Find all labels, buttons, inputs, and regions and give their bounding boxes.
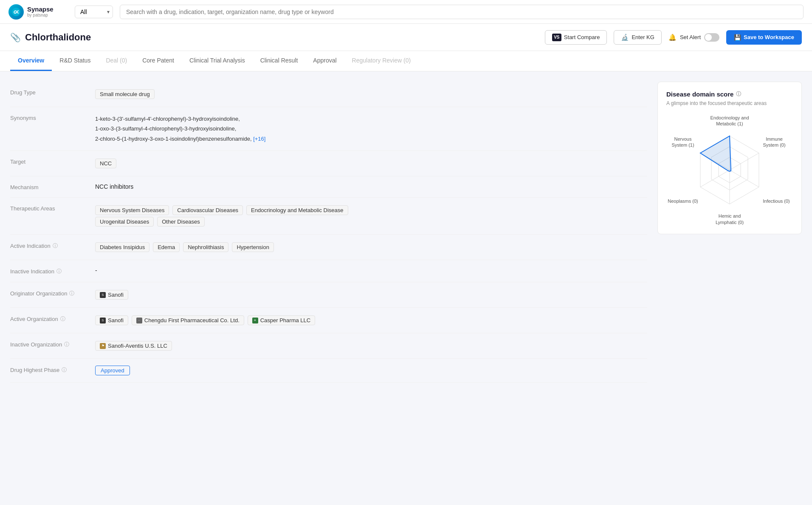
mechanism-value: NCC inhibitors bbox=[95, 183, 647, 190]
save-icon: 💾 bbox=[734, 34, 741, 41]
drug-highest-phase-info-icon[interactable]: ⓘ bbox=[62, 366, 67, 374]
svg-line-6 bbox=[730, 170, 759, 187]
domain-title: Disease domain score ⓘ bbox=[666, 91, 793, 98]
active-org-badge-3: ≡ Casper Pharma LLC bbox=[248, 315, 316, 325]
domain-label-neoplasms: Neoplasms (0) bbox=[666, 198, 700, 204]
ind-tag-2: Edema bbox=[153, 242, 180, 252]
vs-icon: VS bbox=[552, 34, 561, 41]
radar-chart: Endocrinology andMetabolic (1) ImmuneSys… bbox=[670, 115, 789, 225]
originator-org-badge: S Sanofi bbox=[95, 290, 128, 300]
sanofi-logo: S bbox=[100, 292, 106, 298]
drug-highest-phase-row: Drug Highest Phase ⓘ Approved bbox=[10, 359, 647, 383]
ta-tag-1: Nervous System Diseases bbox=[95, 205, 169, 215]
logo-text-group: Synapse by patsnap bbox=[27, 6, 54, 18]
enter-kg-label: Enter KG bbox=[632, 34, 654, 40]
ta-tag-4: Urogenital Diseases bbox=[95, 217, 154, 227]
inactive-org-badge-1: ⚑ Sanofi-Aventis U.S. LLC bbox=[95, 341, 172, 351]
ta-tag-5: Other Diseases bbox=[157, 217, 205, 227]
drug-name: Chlorthalidone bbox=[25, 32, 91, 43]
synonym-1: 1-keto-3-(3'-sulfamyl-4'-chlorophenyl)-3… bbox=[95, 114, 647, 124]
tab-clinical-trial[interactable]: Clinical Trial Analysis bbox=[182, 51, 253, 71]
approved-badge: Approved bbox=[95, 366, 130, 375]
originator-org-row: Originator Organization ⓘ S Sanofi bbox=[10, 282, 647, 308]
tab-overview[interactable]: Overview bbox=[10, 51, 52, 71]
active-indication-label: Active Indication ⓘ bbox=[10, 241, 95, 250]
therapeutic-areas-content: Nervous System Diseases Cardiovascular D… bbox=[95, 204, 647, 227]
inactive-indication-value: - bbox=[95, 267, 647, 274]
active-indication-row: Active Indication ⓘ Diabetes Insipidus E… bbox=[10, 235, 647, 260]
tab-regulatory-review[interactable]: Regulatory Review (0) bbox=[344, 51, 419, 71]
app-sub: by patsnap bbox=[27, 13, 54, 17]
therapeutic-areas-label: Therapeutic Areas bbox=[10, 204, 95, 212]
domain-label-immune: ImmuneSystem (0) bbox=[755, 136, 793, 148]
sanofi-logo-2: S bbox=[100, 318, 106, 323]
synonym-2: 1-oxo-3-(3-sulfamyl-4-chlorophenyl)-3-hy… bbox=[95, 124, 647, 133]
domain-subtitle: A glimpse into the focused therapeutic a… bbox=[666, 100, 793, 106]
save-to-workspace-button[interactable]: 💾 Save to Workspace bbox=[726, 30, 802, 45]
sanofi-aventis-logo: ⚑ bbox=[100, 343, 106, 349]
inactive-org-content: ⚑ Sanofi-Aventis U.S. LLC bbox=[95, 340, 647, 352]
ta-tag-3: Endocrinology and Metabolic Disease bbox=[246, 205, 348, 215]
drug-highest-phase-content: Approved bbox=[95, 366, 647, 375]
originator-org-name: Sanofi bbox=[108, 292, 124, 298]
search-input[interactable] bbox=[120, 5, 804, 19]
tab-core-patent[interactable]: Core Patent bbox=[135, 51, 182, 71]
active-org-content: S Sanofi ·· Chengdu First Pharmaceutical… bbox=[95, 315, 647, 326]
compare-label: Start Compare bbox=[564, 34, 600, 40]
synonyms-row: Synonyms 1-keto-3-(3'-sulfamyl-4'-chloro… bbox=[10, 107, 647, 151]
target-value: NCC bbox=[95, 158, 647, 169]
top-nav: Synapse by patsnap All Drug Target bbox=[0, 0, 812, 24]
inactive-org-info-icon[interactable]: ⓘ bbox=[64, 341, 69, 348]
drug-type-row: Drug Type Small molecule drug bbox=[10, 82, 647, 107]
drug-highest-phase-label: Drug Highest Phase ⓘ bbox=[10, 366, 95, 374]
inactive-org-row: Inactive Organization ⓘ ⚑ Sanofi-Aventis… bbox=[10, 333, 647, 359]
domain-label-nervous: NervousSystem (1) bbox=[666, 136, 700, 148]
ta-tag-2: Cardiovascular Diseases bbox=[172, 205, 243, 215]
synonyms-content: 1-keto-3-(3'-sulfamyl-4'-chlorophenyl)-3… bbox=[95, 114, 647, 144]
active-org-info-icon[interactable]: ⓘ bbox=[60, 315, 65, 323]
search-type-select[interactable]: All Drug Target bbox=[75, 6, 113, 18]
inactive-org-label: Inactive Organization ⓘ bbox=[10, 340, 95, 348]
active-indication-content: Diabetes Insipidus Edema Nephrolithiasis… bbox=[95, 241, 647, 253]
active-org-row: Active Organization ⓘ S Sanofi ·· Chengd… bbox=[10, 308, 647, 333]
logo-area: Synapse by patsnap bbox=[8, 4, 68, 20]
tab-deal[interactable]: Deal (0) bbox=[98, 51, 135, 71]
drug-type-tag: Small molecule drug bbox=[95, 89, 155, 99]
tab-clinical-result[interactable]: Clinical Result bbox=[253, 51, 306, 71]
kg-icon: 🔬 bbox=[621, 34, 629, 41]
target-row: Target NCC bbox=[10, 151, 647, 176]
mechanism-row: Mechanism NCC inhibitors bbox=[10, 176, 647, 198]
tab-rd-status[interactable]: R&D Status bbox=[52, 51, 98, 71]
drug-clip-icon: 📎 bbox=[10, 32, 21, 43]
app-name: Synapse bbox=[27, 6, 54, 13]
synonyms-more[interactable]: [+16] bbox=[253, 136, 265, 142]
synonym-3: 2-chloro-5-(1-hydroxy-3-oxo-1-isoindolin… bbox=[95, 134, 647, 144]
active-org-label: Active Organization ⓘ bbox=[10, 315, 95, 323]
originator-org-label: Originator Organization ⓘ bbox=[10, 289, 95, 297]
save-label: Save to Workspace bbox=[744, 34, 794, 40]
originator-org-info-icon[interactable]: ⓘ bbox=[69, 290, 74, 297]
originator-org-content: S Sanofi bbox=[95, 289, 647, 301]
active-indication-info-icon[interactable]: ⓘ bbox=[53, 242, 58, 250]
synonyms-label: Synonyms bbox=[10, 114, 95, 121]
radar-svg bbox=[670, 115, 789, 225]
domain-info-icon[interactable]: ⓘ bbox=[736, 91, 741, 98]
right-panel: Disease domain score ⓘ A glimpse into th… bbox=[657, 82, 802, 383]
target-tag: NCC bbox=[95, 159, 116, 168]
start-compare-button[interactable]: VS Start Compare bbox=[545, 30, 607, 45]
header-actions: VS Start Compare 🔬 Enter KG 🔔 Set Alert … bbox=[545, 30, 802, 45]
search-type-wrapper[interactable]: All Drug Target bbox=[75, 6, 113, 18]
domain-label-infectious: Infectious (0) bbox=[759, 198, 793, 204]
active-org-badge-1: S Sanofi bbox=[95, 315, 128, 325]
svg-point-0 bbox=[12, 8, 20, 16]
synapse-logo-icon bbox=[8, 4, 24, 20]
enter-kg-button[interactable]: 🔬 Enter KG bbox=[614, 30, 661, 45]
svg-line-8 bbox=[700, 170, 730, 187]
alert-toggle[interactable] bbox=[704, 33, 719, 42]
svg-line-5 bbox=[730, 153, 759, 170]
drug-type-label: Drug Type bbox=[10, 88, 95, 96]
drug-type-value: Small molecule drug bbox=[95, 88, 647, 100]
inactive-indication-info-icon[interactable]: ⓘ bbox=[56, 268, 62, 275]
svg-marker-10 bbox=[700, 136, 731, 171]
tab-approval[interactable]: Approval bbox=[305, 51, 344, 71]
